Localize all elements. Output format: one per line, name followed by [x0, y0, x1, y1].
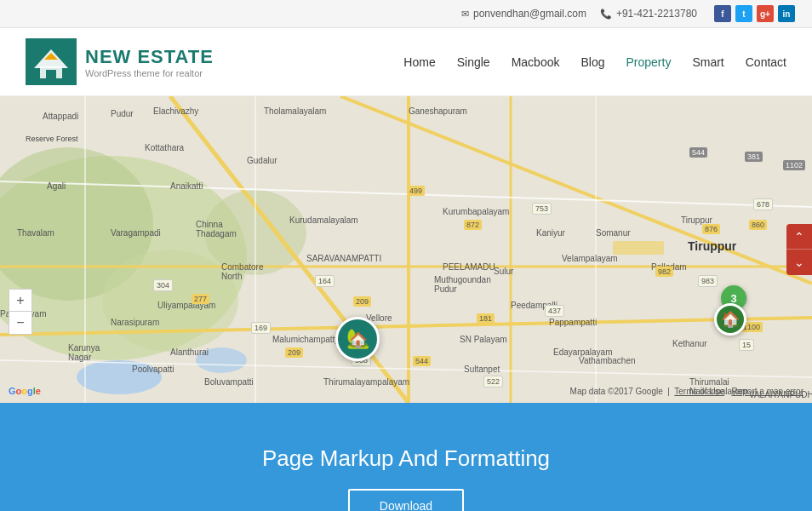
place-thavalam: Thavalam — [17, 228, 54, 238]
svg-rect-2 — [46, 70, 56, 78]
place-boluvampatti: Boluvampatti — [204, 377, 254, 387]
nav-single[interactable]: Single — [457, 55, 490, 69]
road-872: 872 — [464, 220, 482, 230]
marker-house-icon: 🏡 — [335, 317, 380, 361]
nav-macbook[interactable]: Macbook — [512, 55, 560, 69]
nav-contact[interactable]: Contact — [746, 55, 786, 69]
main-city-marker[interactable]: 🏡 — [335, 317, 380, 361]
linkedin-icon[interactable]: in — [778, 5, 795, 22]
twitter-icon[interactable]: t — [735, 5, 752, 22]
nav-smart[interactable]: Smart — [692, 55, 723, 69]
download-button[interactable]: Download — [348, 489, 464, 511]
google-logo: Google — [9, 386, 41, 396]
phone-text: +91-421-2213780 — [616, 8, 697, 20]
road-181: 181 — [477, 313, 495, 324]
top-bar: ✉ ponvendhan@gmail.com 📞 +91-421-2213780… — [0, 0, 812, 28]
place-kurudamalayalam: Kurudamalayalam — [289, 215, 358, 225]
road-304: 304 — [153, 279, 173, 291]
main-nav: Home Single Macbook Blog Property Smart … — [403, 55, 786, 69]
nav-blog[interactable]: Blog — [580, 55, 604, 69]
place-somanur: Somanur — [596, 228, 631, 238]
place-ganeshapuram: Ganeshapuram — [409, 106, 467, 116]
zoom-controls: + − — [9, 289, 32, 335]
place-muthugoundan: MuthugoundanPudur — [434, 275, 491, 294]
report-text[interactable]: Report a map error — [732, 387, 803, 396]
road-876: 876 — [702, 224, 720, 234]
social-links: f t g+ in — [714, 5, 795, 22]
place-thirumalayampalayam: Thirumalayampalayam — [323, 377, 409, 387]
googleplus-icon[interactable]: g+ — [757, 5, 774, 22]
house-photo-marker[interactable]: 🏠 — [714, 303, 746, 336]
place-vathambachen: Vathambachen — [579, 356, 636, 365]
bottom-section: Page Markup And Formatting Download — [0, 403, 812, 511]
map-data-text: Map data ©2017 Google — [570, 387, 663, 396]
nav-home[interactable]: Home — [403, 55, 435, 69]
road-982: 982 — [655, 267, 673, 277]
place-tholamalayalam: Tholamalayalam — [264, 106, 326, 116]
logo-icon — [26, 38, 77, 85]
place-sn-palayam: SN Palayam — [460, 335, 507, 344]
facebook-icon[interactable]: f — [714, 5, 731, 22]
place-chinna: ChinnaThadagam — [196, 220, 237, 238]
city-tiruppur: Tiruppur — [688, 239, 736, 253]
road-164: 164 — [315, 275, 335, 287]
road-209-b: 209 — [353, 296, 371, 307]
place-peelamadu: PEELAMADU — [443, 262, 495, 272]
place-pudur: Pudur — [111, 109, 134, 118]
contact-info: ✉ ponvendhan@gmail.com 📞 +91-421-2213780 — [461, 8, 697, 20]
road-860: 860 — [749, 220, 767, 230]
bottom-title: Page Markup And Formatting — [262, 445, 550, 472]
scroll-up-arrow[interactable]: ⌃ — [786, 224, 812, 250]
logo-text: NEW ESTATE WordPress theme for realtor — [85, 46, 214, 78]
road-15: 15 — [739, 339, 754, 351]
scroll-arrows[interactable]: ⌃ ⌄ — [786, 224, 812, 275]
place-narasipuram: Narasipuram — [111, 318, 159, 327]
place-alanthurai: Alanthurai — [170, 347, 209, 357]
house-small-icon: 🏠 — [714, 303, 746, 336]
road-381: 381 — [745, 152, 763, 162]
zoom-out-button[interactable]: − — [9, 312, 31, 334]
phone-item: 📞 +91-421-2213780 — [600, 8, 697, 20]
road-169: 169 — [251, 322, 271, 334]
email-icon: ✉ — [461, 9, 469, 20]
map-container[interactable]: Attappadi Reserve Forest Pudur Elachivaz… — [0, 96, 812, 403]
terms-text[interactable]: Terms of Use — [674, 387, 724, 396]
road-277: 277 — [192, 294, 209, 304]
place-kaniyur: Kaniyur — [536, 228, 565, 238]
scroll-down-arrow[interactable]: ⌄ — [786, 250, 812, 275]
road-544b: 544 — [413, 356, 431, 366]
logo-title: NEW ESTATE — [85, 46, 214, 68]
logo[interactable]: NEW ESTATE WordPress theme for realtor — [26, 38, 214, 85]
place-kethanur: Kethanur — [672, 339, 707, 348]
road-499: 499 — [407, 186, 425, 196]
place-kurumbapalayam: Kurumbapalayam — [443, 207, 509, 216]
place-gudalur: Gudalur — [247, 156, 277, 165]
place-combatore-north: CombatoreNorth — [221, 262, 263, 281]
place-anaikatti: Anaikatti — [170, 181, 203, 191]
place-velampalayam: Velampalayam — [562, 254, 618, 263]
place-elachivahy: Elachivazhy — [153, 106, 198, 116]
phone-icon: 📞 — [600, 9, 612, 20]
place-karunya: KarunyaNagar — [68, 343, 100, 362]
email-text: ponvendhan@gmail.com — [473, 8, 586, 20]
road-544: 544 — [689, 147, 707, 158]
map-footer-text: Map data ©2017 Google | Terms of Use Rep… — [570, 387, 803, 396]
place-varagampadi: Varagampadi — [111, 228, 161, 238]
place-sultanpet: Sultanpet — [464, 365, 500, 374]
place-malumichampatty: Malumichampatty — [272, 335, 339, 344]
place-agali: Agali — [47, 181, 66, 191]
nav-property[interactable]: Property — [626, 55, 671, 69]
zoom-in-button[interactable]: + — [9, 290, 31, 312]
road-678: 678 — [753, 198, 773, 210]
place-kottathara: Kottathara — [145, 143, 184, 152]
logo-svg — [30, 43, 72, 81]
place-saravanampatti: SARAVANAMPATTI — [306, 254, 381, 263]
place-sulur: Sulur — [494, 267, 513, 276]
road-753: 753 — [532, 203, 552, 215]
road-437: 437 — [545, 305, 564, 317]
email-item: ✉ ponvendhan@gmail.com — [461, 8, 586, 20]
map-area: Attappadi Reserve Forest Pudur Elachivaz… — [0, 96, 812, 403]
logo-subtitle: WordPress theme for realtor — [85, 68, 214, 78]
site-header: NEW ESTATE WordPress theme for realtor H… — [0, 28, 812, 96]
place-poovapatti: Poolvapatti — [132, 365, 174, 374]
